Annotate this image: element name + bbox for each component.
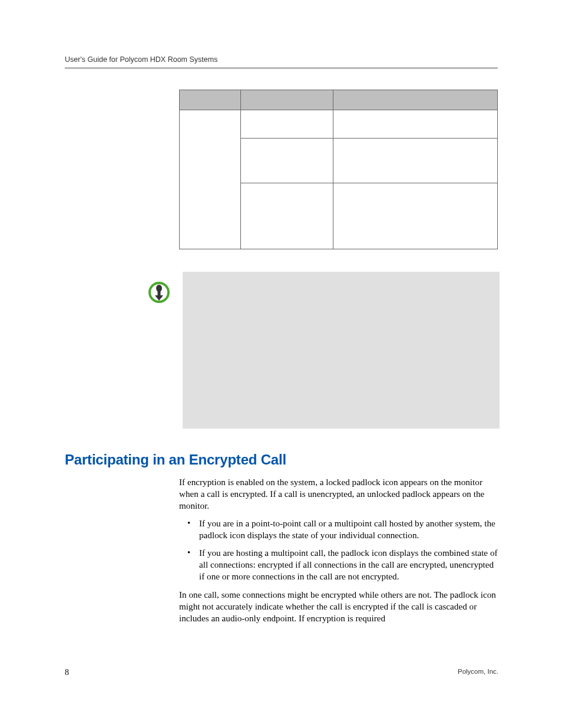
table-cell (333, 183, 498, 249)
body-text: If encryption is enabled on the system, … (179, 476, 498, 630)
table-header-cell (240, 90, 333, 110)
section-heading: Participating in an Encrypted Call (65, 452, 286, 468)
table-cell (333, 139, 498, 183)
list-item: If you are in a point-to-point call or a… (179, 518, 498, 541)
footer-company: Polycom, Inc. (458, 668, 498, 675)
list-item: If you are hosting a multipoint call, th… (179, 547, 498, 582)
table-cell (240, 110, 333, 139)
table-header-row (180, 90, 498, 110)
table-header-cell (180, 90, 241, 110)
header-rule (65, 67, 498, 69)
paragraph: In one call, some connections might be e… (179, 589, 498, 624)
page-number: 8 (65, 668, 69, 677)
table-header-cell (333, 90, 498, 110)
tip-infobox (183, 272, 500, 429)
table-row (180, 110, 498, 139)
reference-table (179, 90, 498, 249)
tip-icon (147, 281, 171, 304)
table-cell (240, 183, 333, 249)
svg-rect-2 (158, 291, 161, 296)
table-cell (333, 110, 498, 139)
table-cell (240, 139, 333, 183)
table-cell (180, 110, 241, 249)
svg-marker-3 (155, 295, 163, 301)
running-head: User's Guide for Polycom HDX Room System… (65, 55, 217, 64)
paragraph: If encryption is enabled on the system, … (179, 476, 498, 512)
